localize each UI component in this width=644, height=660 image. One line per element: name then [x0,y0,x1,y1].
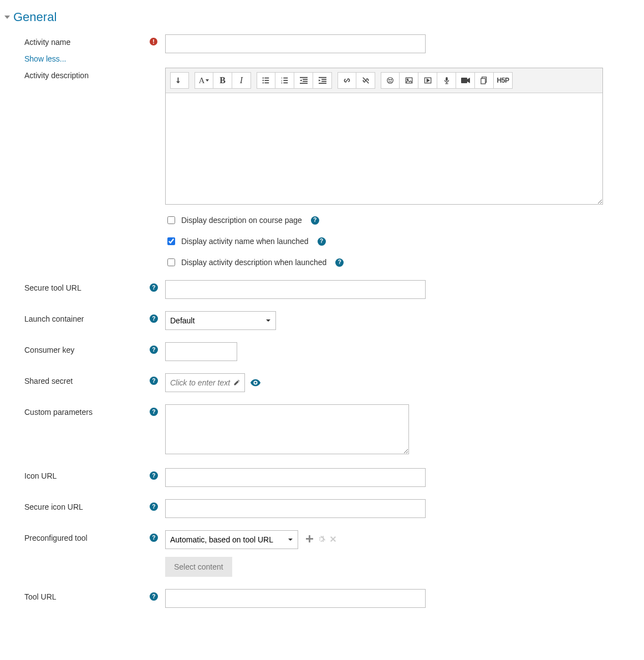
image-icon[interactable] [400,72,418,89]
delete-tool-icon[interactable] [330,536,336,542]
help-icon[interactable]: ? [150,408,158,416]
pencil-icon [233,379,240,386]
manage-files-icon[interactable] [475,72,494,89]
bold-button[interactable]: B [213,72,232,89]
microphone-icon[interactable] [437,72,456,89]
select-content-button[interactable]: Select content [165,557,232,577]
svg-text:3: 3 [281,82,283,84]
label-display-activity-description-launched: Display activity description when launch… [181,258,326,267]
rich-text-editor: A B I 123 [165,68,603,205]
indent-icon[interactable] [313,72,332,89]
svg-rect-32 [461,78,467,83]
svg-rect-13 [303,79,308,80]
checkbox-display-activity-description-launched[interactable] [167,258,175,266]
editor-body[interactable] [166,93,602,204]
label-activity-name: Activity name [24,38,70,47]
checkbox-display-description-course-page[interactable] [167,216,175,224]
svg-marker-19 [319,79,321,82]
label-launch-container: Launch container [24,314,84,323]
svg-rect-25 [406,78,412,83]
section-header-general[interactable]: General [6,10,638,24]
media-icon[interactable] [418,72,437,89]
label-icon-url: Icon URL [24,471,57,480]
help-icon[interactable]: ? [150,377,158,385]
svg-point-2 [263,80,264,81]
label-secure-tool-url: Secure tool URL [24,283,81,292]
reveal-secret-icon[interactable] [251,379,260,387]
preconfigured-tool-select[interactable]: Automatic, based on tool URL [165,530,298,549]
section-title: General [13,10,57,24]
svg-rect-15 [303,81,308,82]
label-tool-url: Tool URL [24,592,57,601]
svg-rect-16 [300,83,308,84]
help-icon[interactable]: ? [335,258,344,267]
expand-toolbar-icon[interactable] [170,72,189,89]
svg-point-26 [407,79,408,80]
help-icon[interactable]: ? [150,314,158,323]
outdent-icon[interactable] [294,72,313,89]
icon-url-input[interactable] [165,468,426,487]
help-icon[interactable]: ? [150,346,158,354]
activity-name-input[interactable] [165,34,426,53]
label-activity-description: Activity description [24,71,89,80]
svg-point-23 [389,79,390,80]
label-custom-parameters: Custom parameters [24,408,93,417]
link-icon[interactable] [338,72,356,89]
unordered-list-icon[interactable] [257,72,275,89]
svg-rect-7 [283,78,288,79]
label-display-activity-name-launched: Display activity name when launched [181,237,309,246]
consumer-key-input[interactable] [165,342,237,361]
checkbox-display-activity-name-launched[interactable] [167,237,175,245]
custom-parameters-textarea[interactable] [165,404,409,454]
launch-container-select[interactable]: Default [165,311,276,330]
svg-point-0 [263,77,264,78]
font-style-button[interactable]: A [195,72,213,89]
secure-icon-url-input[interactable] [165,499,426,518]
help-icon[interactable]: ? [150,592,158,601]
h5p-button[interactable]: H5P [494,72,513,89]
svg-rect-21 [319,83,326,84]
svg-point-4 [263,82,264,83]
svg-rect-38 [306,538,313,540]
help-icon[interactable]: ? [318,237,326,246]
svg-rect-20 [321,81,326,82]
label-display-description-course-page: Display description on course page [181,216,302,225]
caret-down-icon [4,16,10,19]
label-shared-secret: Shared secret [24,377,73,385]
editor-toolbar: A B I 123 [166,68,602,93]
svg-rect-31 [445,83,448,84]
edit-tool-gear-icon[interactable] [318,535,325,543]
svg-rect-17 [319,77,326,78]
label-consumer-key: Consumer key [24,346,74,354]
shared-secret-input[interactable]: Click to enter text [165,373,245,392]
svg-point-24 [391,79,391,80]
show-less-link[interactable]: Show less... [6,54,638,63]
help-icon[interactable]: ? [150,534,158,542]
unlink-icon[interactable] [356,72,375,89]
svg-rect-30 [446,82,447,84]
help-icon[interactable]: ? [150,283,158,292]
svg-point-22 [387,78,393,84]
svg-rect-11 [283,83,288,84]
svg-rect-18 [321,79,326,80]
help-icon[interactable]: ? [311,216,319,225]
svg-rect-5 [264,83,269,84]
svg-marker-14 [300,79,302,82]
italic-button[interactable]: I [232,72,251,89]
svg-marker-33 [467,78,470,83]
ordered-list-icon[interactable]: 123 [275,72,294,89]
help-icon[interactable]: ? [150,471,158,480]
help-icon[interactable]: ? [150,502,158,511]
add-tool-icon[interactable] [306,535,313,542]
svg-rect-29 [446,77,448,81]
emoji-icon[interactable] [381,72,400,89]
svg-rect-35 [481,79,485,84]
label-secure-icon-url: Secure icon URL [24,502,83,511]
svg-marker-28 [427,79,429,82]
secure-tool-url-input[interactable] [165,280,426,299]
tool-url-input[interactable] [165,589,426,608]
shared-secret-placeholder: Click to enter text [170,378,230,387]
video-icon[interactable] [456,72,475,89]
label-preconfigured-tool: Preconfigured tool [24,534,88,542]
svg-rect-3 [264,80,269,81]
